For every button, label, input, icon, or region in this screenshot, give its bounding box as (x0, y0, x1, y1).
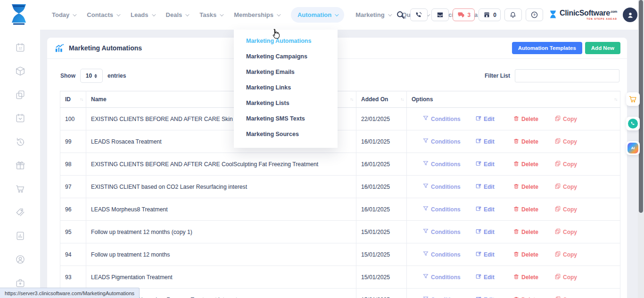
entries-label: entries (107, 72, 126, 79)
edit-link[interactable]: Edit (476, 115, 513, 122)
nav-leads[interactable]: Leads (131, 11, 155, 18)
nav-marketing[interactable]: Marketing (355, 11, 390, 18)
copy-icon (555, 296, 561, 298)
copy-link[interactable]: Copy (555, 161, 577, 168)
cell-id: 93 (60, 266, 86, 289)
menu-marketing-sms-texts[interactable]: Marketing SMS Texts (234, 111, 338, 126)
nav-automation[interactable]: Automation (291, 7, 344, 23)
delete-link[interactable]: Delete (513, 138, 555, 145)
nav-today[interactable]: Today (52, 11, 75, 18)
edit-link[interactable]: Edit (476, 296, 513, 298)
edit-link[interactable]: Edit (476, 228, 513, 235)
conditions-icon (423, 251, 429, 258)
conditions-link[interactable]: Conditions (423, 138, 476, 145)
delete-link[interactable]: Delete (513, 274, 555, 281)
clinicsoftware-logo-icon[interactable] (8, 3, 29, 27)
brand-tagline: TEN STEPS AHEAD (560, 18, 617, 20)
menu-marketing-lists[interactable]: Marketing Lists (234, 95, 338, 111)
menu-marketing-campaigns[interactable]: Marketing Campaigns (234, 48, 338, 64)
notifications-button[interactable] (504, 8, 522, 21)
conditions-link[interactable]: Conditions (423, 274, 476, 281)
cart-icon[interactable] (15, 184, 25, 194)
col-header-options[interactable]: Options↑↓ (407, 91, 620, 108)
col-header-id[interactable]: ID↑↓ (60, 91, 86, 108)
edit-icon (476, 251, 481, 258)
cell-name: LEADS Morpheus8 Treatment (86, 198, 356, 221)
messages-button[interactable]: 3 (453, 8, 475, 21)
delete-link[interactable]: Delete (513, 183, 555, 190)
edit-link[interactable]: Edit (476, 251, 513, 258)
table-row: 96LEADS Morpheus8 Treatment16/01/2025Con… (60, 198, 620, 221)
edit-link[interactable]: Edit (476, 274, 513, 281)
phone-button[interactable] (410, 8, 428, 21)
tags-icon[interactable] (15, 207, 25, 217)
edit-icon (476, 161, 481, 168)
calendar-icon[interactable]: 12 (15, 42, 25, 53)
add-new-button[interactable]: Add New (585, 42, 620, 54)
calendar-schedule-icon[interactable] (15, 113, 25, 123)
package-icon[interactable] (15, 66, 25, 76)
col-header-added-on[interactable]: Added On↑↓ (356, 91, 407, 108)
nav-tasks[interactable]: Tasks (199, 11, 223, 18)
nav-deals[interactable]: Deals (166, 11, 189, 18)
copy-link[interactable]: Copy (555, 274, 577, 281)
conditions-link[interactable]: Conditions (423, 161, 476, 168)
conditions-link[interactable]: Conditions (423, 183, 476, 190)
filter-list-input[interactable] (515, 69, 619, 82)
menu-marketing-sources[interactable]: Marketing Sources (234, 126, 338, 142)
menu-marketing-links[interactable]: Marketing Links (234, 80, 338, 95)
table-row: 94Follow up treatment 12 months15/01/202… (60, 243, 620, 266)
page-size-select[interactable]: 10 (80, 69, 103, 83)
report-chart-icon[interactable] (15, 231, 25, 241)
delete-icon (513, 251, 519, 258)
copy-link[interactable]: Copy (555, 183, 577, 190)
inbox-button[interactable] (431, 8, 449, 21)
filter-list-label: Filter List (485, 72, 510, 79)
copy-link[interactable]: Copy (555, 138, 577, 145)
user-avatar[interactable] (623, 8, 637, 22)
nav-contacts[interactable]: Contacts (87, 11, 119, 18)
copy-link[interactable]: Copy (555, 251, 577, 258)
search-icon[interactable] (396, 10, 405, 20)
delete-link[interactable]: Delete (513, 115, 555, 122)
table-row: 100EXISTING CLIENTS BEFORE AND AFTER CAR… (60, 108, 620, 130)
user-circle-icon[interactable] (15, 254, 25, 265)
ai-assistant-button[interactable]: AI (626, 141, 640, 155)
pages-icon[interactable] (15, 89, 25, 100)
delete-link[interactable]: Delete (513, 161, 555, 168)
automation-templates-button[interactable]: Automation Templates (512, 42, 582, 54)
copy-link[interactable]: Copy (555, 206, 577, 213)
menu-marketing-emails[interactable]: Marketing Emails (234, 64, 338, 80)
nav-memberships[interactable]: Memberships (234, 11, 280, 18)
conditions-link[interactable]: Conditions (423, 115, 476, 122)
table-row: 95Follow up treatment 12 months (copy 1)… (60, 221, 620, 243)
delete-link[interactable]: Delete (513, 296, 555, 298)
briefcase-icon[interactable] (15, 278, 25, 288)
cell-id: 95 (60, 221, 86, 243)
delete-icon (513, 274, 519, 281)
copy-link[interactable]: Copy (555, 228, 577, 235)
copy-link[interactable]: Copy (555, 296, 577, 298)
delete-link[interactable]: Delete (513, 228, 555, 235)
edit-link[interactable]: Edit (476, 206, 513, 213)
edit-link[interactable]: Edit (476, 161, 513, 168)
delete-link[interactable]: Delete (513, 251, 555, 258)
help-button[interactable]: ? (526, 8, 543, 21)
delete-link[interactable]: Delete (513, 206, 555, 213)
edit-link[interactable]: Edit (476, 138, 513, 145)
quick-cart-button[interactable] (626, 92, 640, 106)
conditions-link[interactable]: Conditions (423, 251, 476, 258)
conditions-link[interactable]: Conditions (423, 228, 476, 235)
menu-marketing-automations[interactable]: Marketing Automations (234, 33, 338, 48)
history-icon[interactable] (15, 137, 25, 147)
copy-link[interactable]: Copy (555, 115, 577, 122)
gift-icon[interactable] (15, 160, 25, 170)
conditions-link[interactable]: Conditions (423, 296, 476, 298)
bell-icon (509, 11, 517, 19)
store-button[interactable]: 0 (479, 8, 501, 21)
delete-icon (513, 161, 519, 168)
edit-link[interactable]: Edit (476, 183, 513, 190)
conditions-link[interactable]: Conditions (423, 206, 476, 213)
quick-call-button[interactable] (626, 117, 640, 130)
brand-logo[interactable]: ClinicSoftware.com TEN STEPS AHEAD (549, 9, 617, 20)
